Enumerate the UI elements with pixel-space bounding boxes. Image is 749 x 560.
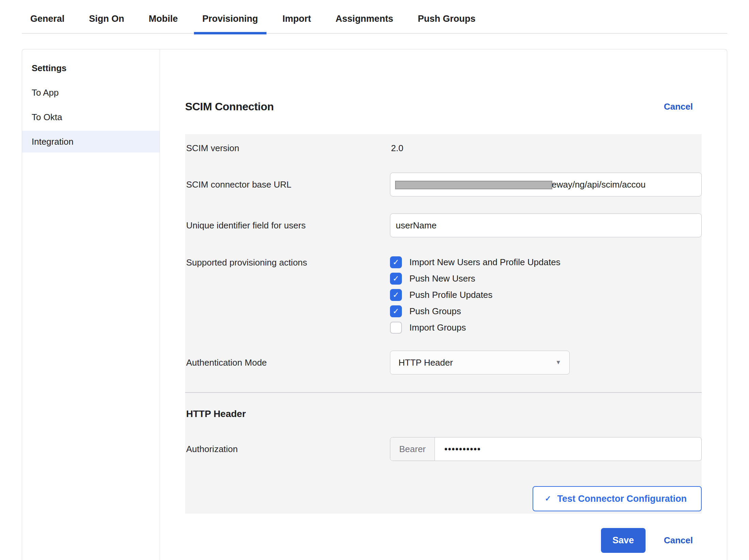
- provisioning-actions-list: ✓ Import New Users and Profile Updates ✓…: [390, 256, 702, 334]
- checkbox-row-push-new-users[interactable]: ✓ Push New Users: [390, 273, 702, 285]
- checkbox-row-import-new-users[interactable]: ✓ Import New Users and Profile Updates: [390, 256, 702, 268]
- scim-version-label: SCIM version: [185, 143, 390, 154]
- checkbox-push-profile-updates[interactable]: ✓: [390, 289, 402, 301]
- scim-version-row: SCIM version 2.0: [185, 142, 702, 154]
- provisioning-actions-label: Supported provisioning actions: [185, 256, 390, 334]
- app-tabbar: General Sign On Mobile Provisioning Impo…: [22, 0, 727, 34]
- checkbox-row-push-profile-updates[interactable]: ✓ Push Profile Updates: [390, 289, 702, 301]
- authorization-row: Authorization Bearer ••••••••••: [185, 437, 702, 461]
- checkbox-row-push-groups[interactable]: ✓ Push Groups: [390, 305, 702, 317]
- cancel-link-top[interactable]: Cancel: [664, 101, 693, 112]
- authorization-token-input[interactable]: ••••••••••: [435, 437, 701, 461]
- checkbox-push-new-users[interactable]: ✓: [390, 273, 402, 285]
- provisioning-actions-row: Supported provisioning actions ✓ Import …: [185, 256, 702, 334]
- sidebar-item-to-okta[interactable]: To Okta: [22, 106, 160, 128]
- test-connector-label: Test Connector Configuration: [557, 494, 687, 504]
- checkbox-label: Push New Users: [409, 273, 475, 284]
- base-url-row: SCIM connector base URL https://b5bd-195…: [185, 173, 702, 196]
- unique-id-input[interactable]: userName: [390, 213, 702, 237]
- check-icon: ✓: [393, 291, 399, 299]
- http-header-title: HTTP Header: [185, 409, 702, 419]
- checkbox-label: Push Groups: [409, 306, 461, 317]
- base-url-input[interactable]: https://b5bd-195-19-67-140.ngrok.io/gate…: [390, 173, 702, 196]
- bearer-prefix: Bearer: [390, 437, 435, 461]
- auth-mode-row: Authentication Mode HTTP Header ▼: [185, 351, 702, 374]
- redaction-bar: [395, 181, 552, 189]
- sidebar-title: Settings: [22, 58, 160, 79]
- tab-push-groups[interactable]: Push Groups: [409, 10, 484, 33]
- tab-assignments[interactable]: Assignments: [327, 10, 402, 33]
- check-icon: ✓: [393, 307, 399, 315]
- content-header: SCIM Connection Cancel: [185, 100, 702, 113]
- unique-id-label: Unique identifier field for users: [185, 220, 390, 231]
- tab-mobile[interactable]: Mobile: [140, 10, 186, 33]
- chevron-down-icon: ▼: [555, 359, 561, 366]
- main-content: SCIM Connection Cancel SCIM version 2.0 …: [160, 49, 727, 560]
- authorization-input-group: Bearer ••••••••••: [390, 437, 702, 461]
- scim-version-value: 2.0: [390, 143, 403, 153]
- auth-mode-select[interactable]: HTTP Header ▼: [390, 351, 570, 374]
- tab-import[interactable]: Import: [274, 10, 320, 33]
- tab-sign-on[interactable]: Sign On: [81, 10, 133, 33]
- test-connector-configuration-button[interactable]: ✓ Test Connector Configuration: [533, 486, 702, 511]
- check-icon: ✓: [393, 258, 399, 266]
- checkbox-label: Import New Users and Profile Updates: [409, 257, 560, 268]
- settings-sidebar: Settings To App To Okta Integration: [22, 49, 160, 560]
- tab-provisioning[interactable]: Provisioning: [194, 10, 267, 33]
- base-url-label: SCIM connector base URL: [185, 179, 390, 190]
- save-button[interactable]: Save: [601, 528, 646, 553]
- unique-id-row: Unique identifier field for users userNa…: [185, 213, 702, 237]
- cancel-link-bottom[interactable]: Cancel: [664, 535, 693, 546]
- provisioning-panel: Settings To App To Okta Integration SCIM…: [22, 49, 727, 560]
- scim-connection-form: SCIM version 2.0 SCIM connector base URL…: [185, 134, 702, 514]
- checkbox-import-groups[interactable]: ✓: [390, 322, 402, 334]
- checkbox-row-import-groups[interactable]: ✓ Import Groups: [390, 322, 702, 334]
- checkbox-import-new-users[interactable]: ✓: [390, 256, 402, 268]
- sidebar-item-integration[interactable]: Integration: [22, 131, 160, 153]
- base-url-visible-text: /gateway/ng/api/scim/accou: [537, 179, 646, 190]
- tab-general[interactable]: General: [22, 10, 73, 33]
- checkbox-label: Push Profile Updates: [409, 290, 492, 300]
- authorization-label: Authorization: [185, 444, 390, 454]
- page-title: SCIM Connection: [185, 100, 274, 113]
- auth-mode-value: HTTP Header: [398, 357, 453, 368]
- checkbox-label: Import Groups: [409, 322, 466, 333]
- form-footer: Save Cancel: [185, 528, 702, 553]
- sidebar-item-to-app[interactable]: To App: [22, 82, 160, 103]
- auth-mode-label: Authentication Mode: [185, 357, 390, 368]
- check-icon: ✓: [545, 494, 551, 503]
- checkbox-push-groups[interactable]: ✓: [390, 305, 402, 317]
- http-header-section: HTTP Header Authorization Bearer •••••••…: [185, 393, 702, 514]
- check-icon: ✓: [393, 275, 399, 283]
